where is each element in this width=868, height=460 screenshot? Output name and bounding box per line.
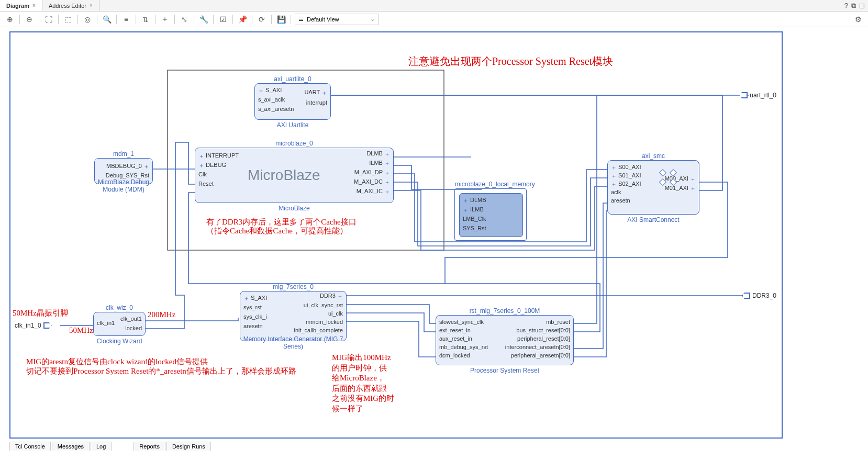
zoom-fit-icon[interactable]: ⛶: [43, 14, 54, 25]
annotation-top: 注意避免出现两个Processor System Reset模块: [408, 54, 613, 68]
annotation-200mhz: 200MHz: [148, 310, 175, 320]
annotation-mignote1: MIG的arestn复位信号由clock wizard的locked信号提供: [26, 357, 208, 367]
tab-address-editor[interactable]: Address Editor×: [42, 0, 99, 11]
block-psr-inst: rst_mig_7series_0_100M: [436, 307, 573, 315]
diagram-canvas[interactable]: 注意避免出现两个Processor System Reset模块 有了DDR3内…: [9, 31, 783, 439]
refresh-icon[interactable]: ⟳: [256, 14, 268, 25]
list-icon: ☰: [298, 16, 304, 23]
close-icon[interactable]: ×: [32, 3, 36, 8]
block-mig-name: Memory Interface Generator (MIG 7 Series…: [240, 335, 346, 350]
block-mig-inst: mig_7series_0: [240, 283, 346, 290]
tab-diagram[interactable]: Diagram×: [0, 0, 42, 11]
annotation-mignote2: 切记不要接到Processor System Reset的*_aresetn信号…: [26, 366, 296, 377]
zoom-in-icon[interactable]: ⊕: [4, 14, 16, 25]
maximize-icon[interactable]: ◻: [859, 2, 865, 9]
close-icon[interactable]: ×: [90, 3, 93, 8]
target-icon[interactable]: ◎: [82, 14, 93, 25]
smartconnect-icon: [660, 169, 679, 188]
block-mdm[interactable]: mdm_1 MBDEBUG_0 ＋ Debug_SYS_Rst MicroBla…: [94, 158, 153, 184]
wires: [10, 32, 784, 440]
block-clkwiz[interactable]: clk_wiz_0 clk_in1 clk_out1 locked Clocki…: [93, 312, 146, 336]
bottom-tab[interactable]: Messages: [52, 442, 90, 451]
pin-icon[interactable]: 📌: [237, 14, 248, 25]
ext-pin-clkin[interactable]: clk_in1_0: [15, 322, 52, 329]
block-mb-inst: microblaze_0: [195, 140, 393, 147]
microblaze-logo: MicroBlaze: [248, 167, 320, 184]
ext-pin-uart[interactable]: uart_rtl_0: [739, 92, 776, 99]
annotation-migclk: MIG输出100MHz的用户时钟，供给MicroBlaze，后面的东西就跟之前没…: [332, 353, 394, 414]
block-local-memory[interactable]: microblaze_0_local_memory ＋ DLMB ＋ ILMB …: [454, 188, 527, 241]
bottom-tab[interactable]: Log: [91, 442, 112, 451]
wrench-icon[interactable]: 🔧: [198, 14, 209, 25]
block-microblaze[interactable]: microblaze_0 ＋ INTERRUPT ＋ DEBUG Clk Res…: [195, 148, 394, 203]
block-mdm-inst: mdm_1: [95, 150, 152, 158]
block-psr-name: Processor System Reset: [436, 367, 573, 374]
bottom-tab[interactable]: Reports: [133, 442, 165, 451]
search-icon[interactable]: 🔍: [101, 14, 113, 25]
view-label: Default View: [307, 16, 339, 23]
tab-address-label: Address Editor: [49, 3, 86, 9]
block-uartlite-name: AXI Uartlite: [255, 121, 330, 129]
zoom-out-icon[interactable]: ⊖: [24, 14, 35, 25]
block-smc-name: AXI SmartConnect: [608, 216, 699, 223]
tab-right-controls: ? ⧉ ◻: [844, 0, 868, 11]
block-lm-inst: microblaze_0_local_memory: [455, 181, 526, 188]
align-left-icon[interactable]: ≡: [120, 14, 132, 25]
bottom-tab[interactable]: Tcl Console: [9, 442, 51, 451]
bottom-tab[interactable]: Design Runs: [166, 442, 211, 451]
block-uartlite[interactable]: axi_uartlite_0 ＋ S_AXI s_axi_aclk s_axi_…: [254, 83, 331, 120]
annotation-cache2: （指令Cache和数据Cache，可提高性能）: [206, 226, 348, 237]
save-icon[interactable]: 💾: [275, 14, 287, 25]
annotation-crystal: 50MHz晶振引脚: [13, 308, 68, 319]
view-selector[interactable]: ☰ Default View ⌄: [295, 14, 379, 25]
gear-icon[interactable]: ⚙: [852, 14, 864, 25]
toolbar: ⊕ ⊖ ⛶ ⬚ ◎ 🔍 ≡ ⇅ ＋ ⤡ 🔧 ☑ 📌 ⟳ 💾 ☰ Default …: [0, 12, 868, 27]
restore-icon[interactable]: ⧉: [851, 2, 856, 10]
add-icon[interactable]: ＋: [159, 14, 171, 25]
help-icon[interactable]: ?: [844, 2, 848, 9]
block-smartconnect[interactable]: axi_smc ＋ S00_AXI ＋ S01_AXI ＋ S02_AXI ac…: [607, 160, 699, 215]
connect-icon[interactable]: ⤡: [179, 14, 190, 25]
align-center-icon[interactable]: ⇅: [140, 14, 151, 25]
block-mig[interactable]: mig_7series_0 ＋ S_AXI sys_rst sys_clk_i …: [240, 291, 347, 341]
chevron-down-icon: ⌄: [370, 16, 375, 23]
block-mb-name: MicroBlaze: [195, 205, 393, 212]
bottom-tabs: Tcl Console Messages Log Reports Design …: [9, 442, 211, 451]
tab-diagram-label: Diagram: [6, 3, 29, 9]
block-clkwiz-name: Clocking Wizard: [94, 338, 145, 345]
block-clkwiz-inst: clk_wiz_0: [94, 304, 145, 311]
block-smc-inst: axi_smc: [608, 152, 699, 160]
ext-pin-ddr3[interactable]: DDR3_0: [742, 292, 776, 299]
zoom-select-icon[interactable]: ⬚: [62, 14, 74, 25]
block-psr[interactable]: rst_mig_7series_0_100M slowest_sync_clk …: [436, 315, 574, 365]
annotation-50mhz: 50MHz: [69, 326, 93, 336]
tab-bar: Diagram× Address Editor× ? ⧉ ◻: [0, 0, 868, 12]
validate-icon[interactable]: ☑: [217, 14, 229, 25]
block-mdm-name: MicroBlaze Debug Module (MDM): [95, 178, 152, 193]
block-uartlite-inst: axi_uartlite_0: [255, 75, 330, 83]
